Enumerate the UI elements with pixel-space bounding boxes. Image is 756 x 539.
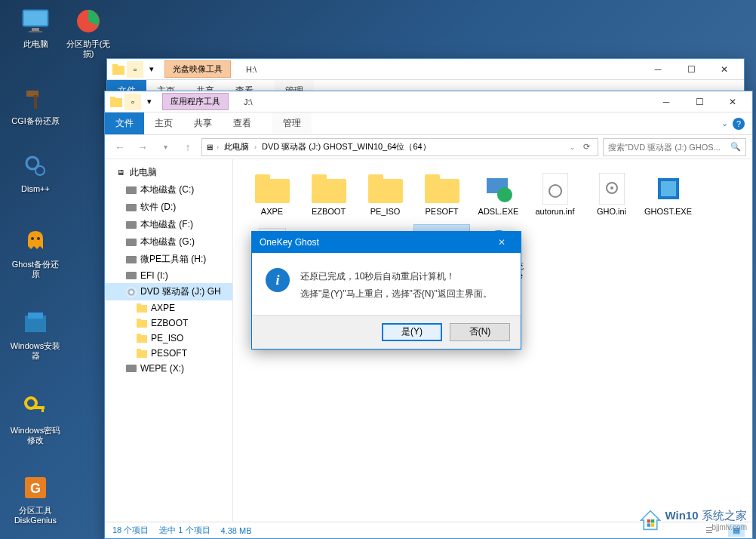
file-item[interactable]: AXPE xyxy=(244,170,300,220)
ribbon-expand-icon[interactable]: ⌄ xyxy=(721,119,728,128)
tree-item[interactable]: PE_ISO xyxy=(105,331,232,346)
ribbon: 文件 主页 共享 查看 管理 ⌄ ? xyxy=(105,112,752,135)
nav-back-button[interactable]: ← xyxy=(111,138,129,156)
crumb-dropdown[interactable]: ⌄ xyxy=(570,143,576,151)
desktop-icon-ghost-backup[interactable]: Ghost备份还原 xyxy=(9,226,62,279)
desktop-icon-password-reset[interactable]: Windows密码修改 xyxy=(9,393,62,445)
minimize-button[interactable]: ─ xyxy=(641,60,675,79)
svg-rect-32 xyxy=(312,179,346,203)
breadcrumb[interactable]: 🖥 › 此电脑 › DVD 驱动器 (J:) GHOST_WIN10_64位（6… xyxy=(201,138,598,156)
close-button[interactable]: ✕ xyxy=(708,60,741,79)
tree-item[interactable]: EZBOOT xyxy=(105,316,232,331)
file-item[interactable]: PESOFT xyxy=(413,170,470,220)
dialog-title-text: OneKey Ghost xyxy=(260,237,319,248)
help-icon[interactable]: ? xyxy=(733,118,745,130)
desktop-icon-partition-assistant[interactable]: 分区助手(无损) xyxy=(62,6,115,59)
file-item[interactable]: autorun.inf xyxy=(527,170,583,220)
status-size: 4.38 MB xyxy=(221,526,252,535)
nav-up-button[interactable]: ↑ xyxy=(179,138,197,156)
tree-root[interactable]: 🖥 此电脑 xyxy=(105,164,232,181)
qa-dropdown[interactable]: ▾ xyxy=(141,94,158,110)
exe-blue-icon xyxy=(650,173,687,205)
qa-dropdown[interactable]: ▾ xyxy=(143,61,160,78)
svg-rect-58 xyxy=(647,523,650,526)
desktop-icon-this-pc[interactable]: 此电脑 xyxy=(9,6,62,49)
nav-forward-button[interactable]: → xyxy=(134,138,152,156)
no-button[interactable]: 否(N) xyxy=(450,323,510,341)
desktop-icon-diskgenius[interactable]: G 分区工具DiskGenius xyxy=(9,473,62,525)
crumb-drive[interactable]: DVD 驱动器 (J:) GHOST_WIN10_64位（64） xyxy=(260,141,433,152)
tree-item[interactable]: AXPE xyxy=(105,300,232,316)
tree-item[interactable]: WEPE (X:) xyxy=(105,361,232,376)
file-item[interactable]: EZBOOT xyxy=(300,170,357,220)
svg-rect-29 xyxy=(137,349,141,351)
desktop-icon-windows-installer[interactable]: Windows安装器 xyxy=(9,308,62,361)
crumb-root[interactable]: 此电脑 xyxy=(222,141,251,152)
titlebar[interactable]: ▫ ▾ 光盘映像工具 H:\ ─ ☐ ✕ xyxy=(107,59,744,80)
tab-manage[interactable]: 管理 xyxy=(272,112,312,134)
tree-item[interactable]: EFI (I:) xyxy=(105,268,232,283)
disk-icon xyxy=(126,237,137,248)
svg-rect-37 xyxy=(425,174,440,182)
contextual-tab-label: 光盘映像工具 xyxy=(164,60,231,78)
search-box[interactable]: 🔍 xyxy=(603,138,746,156)
yes-button[interactable]: 是(Y) xyxy=(382,323,442,341)
info-icon: i xyxy=(266,268,290,292)
svg-rect-59 xyxy=(650,523,653,526)
dialog-close-button[interactable]: ✕ xyxy=(490,237,513,248)
tab-share[interactable]: 共享 xyxy=(183,112,223,134)
file-item[interactable]: PE_ISO xyxy=(357,170,413,220)
svg-rect-31 xyxy=(255,174,270,182)
ghost-icon xyxy=(20,226,51,257)
svg-rect-56 xyxy=(647,519,650,522)
refresh-icon[interactable]: ⟳ xyxy=(579,142,595,152)
svg-rect-2 xyxy=(32,28,39,31)
close-button[interactable]: ✕ xyxy=(716,92,749,112)
file-item[interactable]: GHOST.EXE xyxy=(640,170,696,220)
qa-properties[interactable]: ▫ xyxy=(124,94,141,110)
qa-properties[interactable]: ▫ xyxy=(127,61,143,78)
nav-tree: 🖥 此电脑 本地磁盘 (C:)软件 (D:)本地磁盘 (F:)本地磁盘 (G:)… xyxy=(105,159,233,522)
svg-rect-28 xyxy=(137,350,147,358)
partition-icon xyxy=(73,6,103,36)
svg-rect-25 xyxy=(137,319,141,321)
folder-icon xyxy=(110,61,127,78)
diskgenius-icon: G xyxy=(20,473,51,503)
dialog-titlebar[interactable]: OneKey Ghost ✕ xyxy=(252,232,521,253)
minimize-button[interactable]: ─ xyxy=(650,92,683,112)
svg-rect-23 xyxy=(137,303,141,306)
svg-point-8 xyxy=(35,166,45,175)
address-bar: ← → ▾ ↑ 🖥 › 此电脑 › DVD 驱动器 (J:) GHOST_WIN… xyxy=(105,135,752,159)
tree-item[interactable]: 本地磁盘 (C:) xyxy=(105,181,232,199)
tree-item[interactable]: 软件 (D:) xyxy=(105,199,232,216)
file-item[interactable]: ADSL.EXE xyxy=(470,170,527,220)
svg-rect-30 xyxy=(255,179,290,203)
disk-icon xyxy=(126,185,137,196)
maximize-button[interactable]: ☐ xyxy=(675,60,708,79)
disk-icon xyxy=(126,254,137,265)
window-title: J:\ xyxy=(244,97,253,106)
folder-icon xyxy=(367,173,404,205)
svg-rect-35 xyxy=(368,174,383,182)
tree-item[interactable]: 本地磁盘 (G:) xyxy=(105,233,232,251)
tab-view[interactable]: 查看 xyxy=(223,112,262,134)
tree-item[interactable]: DVD 驱动器 (J:) GH xyxy=(105,283,232,300)
titlebar[interactable]: ▫ ▾ 应用程序工具 J:\ ─ ☐ ✕ xyxy=(105,91,752,112)
tree-item[interactable]: 微PE工具箱 (H:) xyxy=(105,251,232,268)
svg-rect-19 xyxy=(112,64,118,67)
tree-item[interactable]: 本地磁盘 (F:) xyxy=(105,216,232,233)
maximize-button[interactable]: ☐ xyxy=(683,92,716,112)
file-item[interactable]: GHO.ini xyxy=(583,170,640,220)
exe-net-icon xyxy=(481,173,517,205)
nav-history-button[interactable]: ▾ xyxy=(156,138,174,156)
tab-file[interactable]: 文件 xyxy=(105,112,144,134)
desktop-icon-dism[interactable]: Dism++ xyxy=(9,151,62,194)
inf-icon xyxy=(537,173,573,205)
folder-icon xyxy=(424,173,460,205)
desktop-icon-cgi-backup[interactable]: CGI备份还原 xyxy=(9,83,62,126)
status-selection: 选中 1 个项目 xyxy=(159,525,210,536)
search-input[interactable] xyxy=(608,143,730,152)
tree-item[interactable]: PESOFT xyxy=(105,346,232,361)
svg-rect-24 xyxy=(137,320,147,328)
tab-home[interactable]: 主页 xyxy=(144,112,183,134)
